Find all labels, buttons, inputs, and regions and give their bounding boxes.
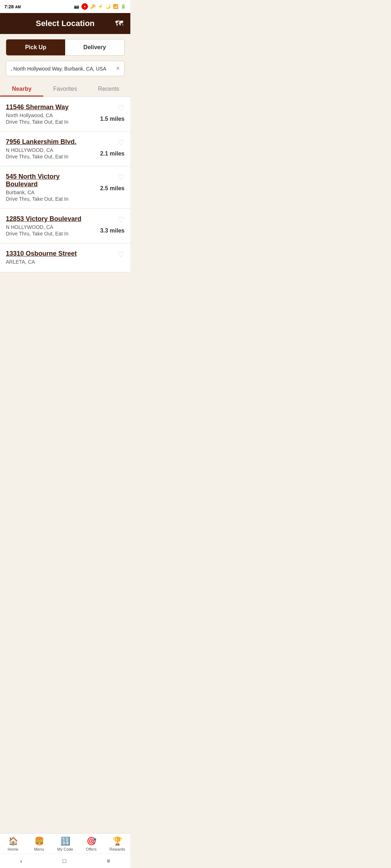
bluetooth-icon: ⚡ [98, 4, 103, 9]
tab-nearby[interactable]: Nearby [0, 81, 43, 97]
camera-icon: 📷 [74, 4, 79, 9]
app-header: Select Location 🗺 [0, 13, 130, 34]
location-distance: 2.1 miles [100, 150, 125, 157]
location-city: Burbank, CA [6, 190, 92, 195]
location-right: ♡ 2.1 miles [92, 138, 125, 157]
moon-icon: 🌙 [105, 4, 111, 9]
page-title: Select Location [36, 19, 95, 28]
list-item[interactable]: 13310 Osbourne Street ARLETA, CA ♡ [0, 243, 130, 272]
location-distance: 2.5 miles [100, 185, 125, 192]
location-info: 13310 Osbourne Street ARLETA, CA [6, 250, 92, 265]
location-right: ♡ 1.5 miles [92, 103, 125, 122]
search-clear-button[interactable]: × [116, 65, 120, 72]
favorite-button[interactable]: ♡ [117, 103, 125, 113]
status-icons: 📷 ● 🔑 ⚡ 🌙 📶 🔋 [74, 3, 126, 10]
location-name: 545 North Victory Boulevard [6, 173, 92, 188]
battery-icon: 🔋 [121, 4, 126, 9]
status-time: 7:28 AM [4, 4, 21, 9]
map-icon[interactable]: 🗺 [115, 19, 123, 28]
location-services: Drive Thru, Take Out, Eat In [6, 119, 92, 125]
location-info: 12853 Victory Boulevard N HOLLYWOOD, CA … [6, 215, 92, 237]
location-name: 7956 Lankershim Blvd. [6, 138, 92, 146]
location-services: Drive Thru, Take Out, Eat In [6, 196, 92, 202]
favorite-button[interactable]: ♡ [117, 138, 125, 148]
search-input-value: , North Hollywood Way, Burbank, CA, USA [10, 66, 113, 72]
favorite-button[interactable]: ♡ [117, 250, 125, 259]
list-item[interactable]: 7956 Lankershim Blvd. N HOLLYWOOD, CA Dr… [0, 132, 130, 166]
order-type-switcher: Pick Up Delivery [6, 39, 125, 56]
location-name: 13310 Osbourne Street [6, 250, 92, 258]
location-right: ♡ 2.5 miles [92, 173, 125, 192]
location-city: ARLETA, CA [6, 259, 92, 265]
location-city: N HOLLYWOOD, CA [6, 224, 92, 230]
location-list: 11546 Sherman Way North Hollywood, CA Dr… [0, 97, 130, 323]
tab-recents[interactable]: Recents [87, 81, 130, 97]
location-info: 545 North Victory Boulevard Burbank, CA … [6, 173, 92, 202]
location-services: Drive Thru, Take Out, Eat In [6, 154, 92, 159]
favorite-button[interactable]: ♡ [117, 215, 125, 225]
list-item[interactable]: 11546 Sherman Way North Hollywood, CA Dr… [0, 97, 130, 132]
pickup-tab[interactable]: Pick Up [6, 39, 65, 55]
record-icon: ● [81, 3, 88, 10]
location-name: 12853 Victory Boulevard [6, 215, 92, 223]
location-right: ♡ [92, 250, 125, 259]
location-name: 11546 Sherman Way [6, 103, 92, 111]
delivery-tab[interactable]: Delivery [65, 39, 124, 55]
location-services: Drive Thru, Take Out, Eat In [6, 231, 92, 237]
key-icon: 🔑 [90, 4, 96, 9]
location-distance: 3.3 miles [100, 227, 125, 234]
location-info: 11546 Sherman Way North Hollywood, CA Dr… [6, 103, 92, 125]
location-distance: 1.5 miles [100, 116, 125, 122]
location-city: North Hollywood, CA [6, 112, 92, 118]
filter-tabs: Nearby Favorites Recents [0, 81, 130, 97]
location-search-bar[interactable]: , North Hollywood Way, Burbank, CA, USA … [6, 61, 125, 76]
list-item[interactable]: 545 North Victory Boulevard Burbank, CA … [0, 166, 130, 209]
tab-favorites[interactable]: Favorites [43, 81, 87, 97]
wifi-icon: 📶 [113, 4, 118, 9]
favorite-button[interactable]: ♡ [117, 173, 125, 182]
location-info: 7956 Lankershim Blvd. N HOLLYWOOD, CA Dr… [6, 138, 92, 159]
status-bar: 7:28 AM 📷 ● 🔑 ⚡ 🌙 📶 🔋 [0, 0, 130, 13]
location-right: ♡ 3.3 miles [92, 215, 125, 234]
location-city: N HOLLYWOOD, CA [6, 147, 92, 153]
list-item[interactable]: 12853 Victory Boulevard N HOLLYWOOD, CA … [0, 209, 130, 243]
